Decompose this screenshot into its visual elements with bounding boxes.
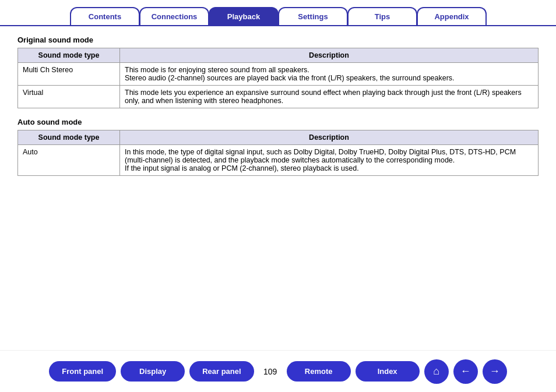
sound-desc-auto: In this mode, the type of digital signal…: [120, 145, 539, 176]
tab-playback[interactable]: Playback: [209, 7, 279, 25]
page-number: 109: [259, 367, 282, 376]
left-arrow-icon: ←: [460, 365, 471, 377]
display-button[interactable]: Display: [121, 361, 185, 382]
sound-type-auto: Auto: [18, 145, 120, 176]
footer: Front panel Display Rear panel 109 Remot…: [0, 350, 556, 392]
section-title-original: Original sound mode: [17, 36, 539, 44]
right-arrow-icon: →: [490, 365, 500, 377]
original-sound-table: Sound mode type Description Multi Ch Ste…: [17, 48, 539, 108]
col-header-type-1: Sound mode type: [18, 48, 120, 63]
sound-type-multich: Multi Ch Stereo: [18, 63, 120, 86]
col-header-type-2: Sound mode type: [18, 130, 120, 145]
sound-desc-virtual: This mode lets you experience an expansi…: [120, 86, 539, 108]
nav-tabs: Contents Connections Playback Settings T…: [0, 0, 556, 26]
tab-connections[interactable]: Connections: [139, 7, 209, 25]
col-header-desc-2: Description: [120, 130, 539, 145]
sound-desc-multich: This mode is for enjoying stereo sound f…: [120, 63, 539, 86]
section-title-auto: Auto sound mode: [17, 118, 539, 126]
auto-sound-table: Sound mode type Description Auto In this…: [17, 130, 539, 176]
table-row: Auto In this mode, the type of digital s…: [18, 145, 539, 176]
tab-settings[interactable]: Settings: [278, 7, 348, 25]
sound-type-virtual: Virtual: [18, 86, 120, 108]
table-row: Multi Ch Stereo This mode is for enjoyin…: [18, 63, 539, 86]
main-content: Original sound mode Sound mode type Desc…: [0, 26, 556, 191]
tab-appendix[interactable]: Appendix: [417, 7, 487, 25]
home-icon: ⌂: [433, 365, 439, 377]
rear-panel-button[interactable]: Rear panel: [189, 361, 254, 382]
tab-contents[interactable]: Contents: [70, 7, 140, 25]
remote-button[interactable]: Remote: [287, 361, 351, 382]
tab-tips[interactable]: Tips: [347, 7, 417, 25]
col-header-desc-1: Description: [120, 48, 539, 63]
table-row: Virtual This mode lets you experience an…: [18, 86, 539, 108]
forward-button[interactable]: →: [483, 359, 507, 384]
home-button[interactable]: ⌂: [424, 359, 449, 384]
back-button[interactable]: ←: [453, 359, 478, 384]
index-button[interactable]: Index: [356, 361, 420, 382]
front-panel-button[interactable]: Front panel: [49, 361, 116, 382]
